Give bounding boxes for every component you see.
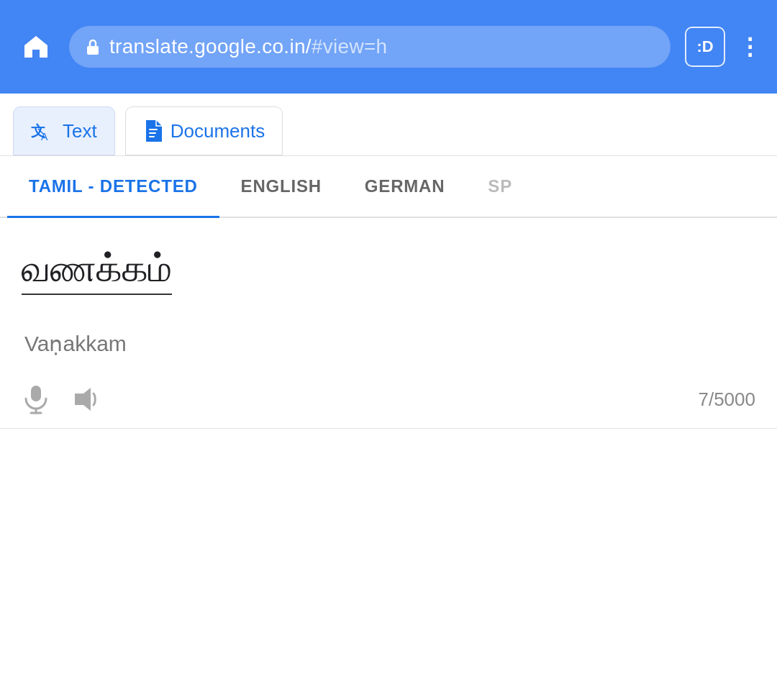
char-count: 7/5000 (698, 388, 755, 411)
svg-rect-4 (149, 129, 158, 130)
tab-text[interactable]: 文 A Text (13, 106, 115, 155)
svg-rect-7 (31, 386, 41, 401)
svg-rect-0 (87, 46, 99, 55)
mode-tab-row: 文 A Text Documents (0, 94, 777, 156)
text-tab-label: Text (63, 120, 97, 142)
lang-tab-english[interactable]: ENGLISH (219, 156, 343, 217)
lang-tab-spanish[interactable]: SP (466, 156, 534, 217)
url-text: translate.google.co.in/#view=h (109, 35, 387, 58)
documents-tab-label: Documents (171, 120, 265, 142)
lang-tab-german[interactable]: GERMAN (343, 156, 466, 217)
romanization-text: Vaṇakkam (22, 331, 755, 356)
tab-documents[interactable]: Documents (125, 106, 283, 155)
lang-tab-tamil[interactable]: TAMIL - DETECTED (7, 156, 219, 217)
more-options-icon[interactable]: ⋮ (738, 33, 760, 60)
svg-rect-5 (149, 132, 156, 134)
svg-rect-6 (149, 136, 155, 137)
emoji-button[interactable]: :D (685, 27, 725, 67)
language-selector-row: TAMIL - DETECTED ENGLISH GERMAN SP (0, 156, 777, 218)
input-text[interactable]: வணக்கம் (22, 247, 172, 295)
toolbar-left-icons (22, 385, 101, 414)
speaker-icon[interactable] (72, 385, 101, 414)
document-icon (143, 119, 163, 143)
source-text-area: வணக்கம் Vaṇakkam (0, 218, 777, 429)
svg-marker-10 (75, 388, 91, 411)
browser-right-actions: :D ⋮ (685, 27, 760, 67)
page-content: 文 A Text Documents TAMIL - DETECTED (0, 94, 777, 700)
text-translate-icon: 文 A (31, 120, 55, 142)
home-icon[interactable] (17, 28, 55, 65)
microphone-icon[interactable] (22, 385, 50, 414)
browser-chrome-bar: translate.google.co.in/#view=h :D ⋮ (0, 0, 777, 94)
address-bar[interactable]: translate.google.co.in/#view=h (69, 26, 671, 68)
source-toolbar: 7/5000 (22, 378, 755, 414)
